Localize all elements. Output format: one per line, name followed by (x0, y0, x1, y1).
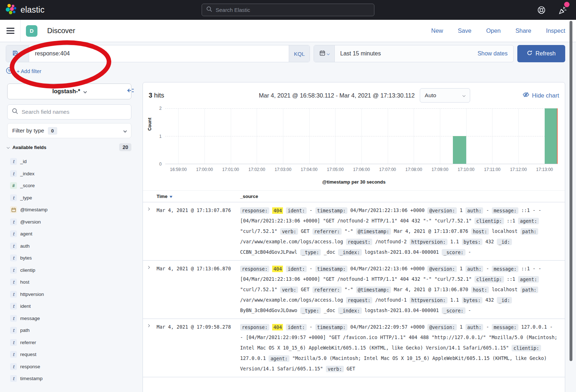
histogram-bar[interactable] (545, 108, 558, 164)
time-column-header[interactable]: Time (154, 194, 240, 199)
field-list-item[interactable]: @timestamp (10, 204, 131, 216)
field-value: GET (347, 366, 355, 371)
hits-label: hits (154, 92, 164, 99)
field-key-badge: @timestamp: (356, 228, 391, 235)
field-list-item[interactable]: #_score (10, 180, 131, 192)
hide-chart-button[interactable]: Hide chart (523, 91, 559, 99)
query-input[interactable] (29, 45, 289, 62)
field-key-badge: _type: (300, 307, 321, 314)
field-list-item[interactable]: thttpversion (10, 288, 131, 301)
collapse-sidebar-icon[interactable] (127, 87, 134, 94)
inspect-button[interactable]: Inspect (546, 27, 565, 34)
x-tick-label: 17:08:00 (405, 167, 422, 172)
field-list-item[interactable]: tmessage (10, 312, 131, 325)
field-value: 1 (460, 324, 463, 330)
number-field-icon: # (10, 182, 17, 189)
expand-row-button[interactable] (143, 205, 154, 257)
field-list-item[interactable]: trequest (10, 348, 131, 361)
field-list-item[interactable]: tpath (10, 324, 131, 337)
available-fields-accordion[interactable]: Available fields 20 (7, 143, 131, 151)
field-list-item[interactable]: t@version (10, 216, 131, 228)
expand-row-button[interactable] (143, 322, 154, 374)
new-button[interactable]: New (431, 27, 443, 34)
text-field-icon: t (10, 158, 17, 165)
page-scrollbar[interactable] (570, 21, 572, 361)
field-name: path (20, 328, 30, 333)
field-key-badge: path: (521, 287, 539, 293)
histogram-bar[interactable] (453, 136, 466, 164)
field-key-badge: _index: (338, 249, 362, 256)
show-dates-button[interactable]: Show dates (477, 50, 513, 57)
open-button[interactable]: Open (486, 27, 500, 34)
text-field-icon: t (10, 327, 17, 334)
table-row: Mar 4, 2021 @ 17:13:06.870response: 404 … (143, 261, 565, 319)
query-input-group: KQL (6, 45, 310, 62)
field-key-badge: clientip: (474, 276, 504, 283)
field-list-item[interactable]: tclientip (10, 264, 131, 276)
field-list-item[interactable]: tauth (10, 240, 131, 252)
chevron-right-icon (147, 208, 150, 211)
add-filter-button[interactable]: + Add filter (17, 68, 41, 74)
field-list-item[interactable]: treferrer (10, 337, 131, 349)
field-list-item[interactable]: thost (10, 276, 131, 288)
y-tick-label: 1 (159, 134, 162, 139)
field-value: 1 (460, 208, 463, 213)
chart-time-range: Mar 4, 2021 @ 16:58:30.112 - Mar 4, 2021… (259, 92, 415, 99)
field-list-item[interactable]: t_index (10, 168, 131, 180)
date-quick-select-button[interactable] (314, 45, 335, 62)
index-pattern-select[interactable]: logstash-* (7, 84, 131, 99)
field-key-badge: clientip: (474, 218, 504, 224)
results-panel: 3 hits Mar 4, 2021 @ 16:58:30.112 - Mar … (143, 82, 565, 392)
field-name: message (20, 316, 40, 321)
help-icon[interactable] (537, 6, 546, 14)
global-search[interactable] (202, 4, 374, 16)
field-key-badge: auth: (465, 324, 483, 330)
field-key-badge: referrer: (312, 287, 342, 293)
field-search-input[interactable] (22, 109, 127, 115)
menu-icon[interactable] (6, 26, 14, 35)
chevron-down-icon (327, 52, 330, 55)
field-list-item[interactable]: ttimestamp (10, 373, 131, 385)
field-key-badge: _id: (497, 297, 512, 303)
chevron-down-icon (20, 52, 23, 55)
field-list-item[interactable]: tident (10, 300, 131, 312)
filter-by-type-select[interactable]: Filter by type 0 (7, 123, 131, 138)
field-list-item[interactable]: tresponse (10, 361, 131, 373)
save-button[interactable]: Save (458, 27, 472, 34)
interval-select[interactable]: Auto (420, 88, 470, 103)
field-list-item[interactable]: t_id (10, 156, 131, 168)
time-range-display[interactable]: Last 15 minutes (335, 50, 477, 57)
field-value: Mar 4, 2021 @ 17:13:07.876 (394, 229, 468, 234)
field-list-item[interactable]: tbytes (10, 252, 131, 264)
refresh-button[interactable]: Refresh (517, 45, 565, 62)
x-tick-label: 17:10:00 (458, 167, 474, 172)
elastic-logo[interactable]: elastic (5, 3, 45, 17)
discover-breadcrumb-badge[interactable]: D (26, 25, 37, 37)
text-field-icon: t (10, 267, 17, 274)
search-icon (12, 108, 18, 116)
field-name: clientip (20, 267, 35, 273)
field-list-item[interactable]: tagent (10, 228, 131, 240)
field-key-badge: verb: (326, 366, 344, 372)
y-tick-label: 2 (159, 106, 162, 111)
field-value: "-" (345, 229, 353, 234)
expand-row-button[interactable] (143, 263, 154, 316)
source-column-label: _source (240, 194, 258, 199)
share-button[interactable]: Share (516, 27, 531, 34)
field-key-badge: agent: (518, 218, 539, 224)
interval-value: Auto (425, 92, 436, 99)
field-value: /var/www/example.com/logs/access.log (240, 297, 343, 303)
text-field-icon: t (10, 243, 17, 249)
text-field-icon: t (10, 303, 17, 310)
chevron-right-icon (147, 324, 150, 327)
field-name: request (20, 352, 36, 357)
field-key-badge: httpversion: (410, 239, 447, 245)
saved-query-menu-button[interactable] (6, 45, 29, 62)
query-language-button[interactable]: KQL (289, 45, 310, 62)
filter-icon[interactable] (6, 67, 13, 76)
global-search-input[interactable] (216, 7, 370, 13)
field-value: /var/www/example.com/logs/access.log (240, 239, 343, 244)
chevron-down-icon (123, 129, 127, 132)
field-name: host (20, 279, 30, 285)
field-list-item[interactable]: t_type (10, 192, 131, 204)
